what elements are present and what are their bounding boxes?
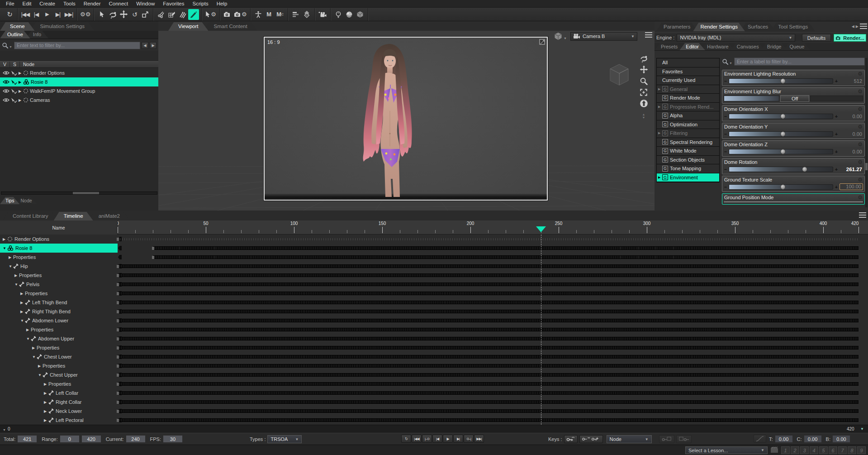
spot-render-camera-icon[interactable] [222,9,233,20]
align-tool-icon[interactable] [290,9,301,20]
play-icon[interactable]: ▶ [42,9,52,20]
tab-tool-settings[interactable]: Tool Settings [771,23,815,31]
timeline-menu-icon[interactable] [859,212,866,218]
keyframe-bar[interactable] [118,283,859,286]
expand-arrow-icon[interactable]: ▶ [20,310,25,314]
tool-settings-icon[interactable]: ⚙ [204,9,217,20]
setting-value[interactable]: 0.00 [840,131,863,137]
subtab-canvases[interactable]: Canvases [730,43,765,50]
timeline-node-left-collar[interactable]: ▶Left Collar [0,388,118,398]
decrement-icon[interactable]: − [724,131,727,137]
continuity-field[interactable]: 0.00 [804,435,822,443]
lesson-3-button[interactable]: 3 [800,446,809,454]
keyframe-bar[interactable] [118,238,859,240]
gear-icon[interactable]: ⚙ [858,160,863,164]
increment-icon[interactable]: + [835,167,838,172]
slider-thumb[interactable] [780,131,786,137]
lesson-7-button[interactable]: 7 [838,446,847,454]
surface-selection-icon[interactable] [166,9,177,20]
expand-arrow-icon[interactable]: ▶ [9,255,13,259]
gear-icon[interactable]: ⚙ [858,107,863,111]
timeline-track[interactable] [118,280,868,289]
timeline-node-pelvis[interactable]: ▼Pelvis [0,280,118,289]
timeline-node-abdomen-upper[interactable]: ▼Abdomen Upper [0,334,118,343]
playhead[interactable] [536,226,546,232]
tab-scroll-right-icon[interactable]: ▶ [856,24,859,29]
cursor-check-icon[interactable] [11,89,17,94]
shader-cube-icon[interactable] [355,9,365,20]
frame-tool-icon[interactable] [638,86,650,98]
keyframe-bar[interactable] [118,391,859,395]
slider-thumb[interactable] [780,114,786,119]
tab-viewport[interactable]: Viewport [168,22,209,31]
category-favorites[interactable]: Favorites [657,67,719,77]
timeline-track[interactable] [118,298,868,307]
geometry-editor-icon[interactable] [156,9,166,20]
subtab-queue[interactable]: Queue [783,43,811,50]
expand-arrow-icon[interactable]: ▶ [44,391,48,395]
rotate-tool-icon[interactable]: ↺ [129,9,140,20]
keyframe-bar[interactable] [118,310,859,313]
next-frame-icon[interactable]: ▶| [52,9,63,20]
keyframe-bar[interactable] [118,355,859,359]
current-frame-field[interactable]: 240 [126,435,146,443]
timeline-track[interactable] [118,334,868,343]
prev-frame-icon[interactable]: |◀ [31,9,42,20]
menu-scripts[interactable]: Scripts [189,0,213,7]
expand-arrow-icon[interactable]: ▶ [44,418,48,422]
lesson-8-button[interactable]: 8 [848,446,856,454]
expand-arrow-icon[interactable]: ▶ [3,237,7,241]
active-style-tool-icon[interactable] [188,9,199,20]
tab-timeline[interactable]: Timeline [54,212,93,220]
lesson-2-button[interactable]: 2 [791,446,799,454]
aspect-frame-options-icon[interactable] [539,39,545,46]
select-tool-icon[interactable] [96,9,107,20]
slider-track[interactable] [729,131,833,137]
tab-surfaces[interactable]: Surfaces [740,23,775,31]
category-render-mode[interactable]: GRender Mode [657,94,719,103]
category-filtering[interactable]: ▶GFiltering [657,129,719,138]
keyframe-bar[interactable] [118,409,859,413]
timeline-track[interactable] [118,325,868,334]
setting-value[interactable]: 100.00 [840,183,863,190]
keyframe-bar[interactable] [118,319,859,322]
go-end-button[interactable]: ▶▶| [474,435,484,443]
draw-style-dropdown-arrow-icon[interactable]: ▼ [564,37,567,40]
timeline-node-properties[interactable]: ▶Properties [0,379,118,388]
gear-icon[interactable]: ⚙ [858,72,863,76]
setting-value[interactable]: 512 [840,78,863,84]
expand-arrow-icon[interactable]: ▶ [44,382,48,386]
gear-icon[interactable]: ⚙ [858,177,863,182]
timeline-node-render-options[interactable]: ▶Render Options [0,235,118,244]
keyframe-bar[interactable] [118,400,859,404]
tension-field[interactable]: 0.00 [775,435,793,443]
keyframe-bar[interactable] [118,364,859,368]
timeline-track[interactable] [118,271,868,280]
render-button[interactable]: Render... [834,34,866,42]
tab-scene[interactable]: Scene [0,22,35,31]
slider-track[interactable] [729,114,833,119]
expand-arrow-icon[interactable]: ▶ [14,273,19,278]
slider-track[interactable] [729,149,833,154]
timeline-ruler[interactable]: Name 050100150200250300350400420 [0,220,868,235]
timeline-node-chest-upper[interactable]: ▼Chest Upper [0,370,118,379]
keyframe-bar[interactable] [118,264,859,268]
timeline-node-neck-lower[interactable]: ▶Neck Lower [0,407,118,416]
increment-icon[interactable]: + [835,78,838,84]
subtab-presets[interactable]: Presets [655,43,684,50]
keyframe-bar[interactable] [118,301,859,304]
style-brushes-icon[interactable] [177,9,188,20]
timeline-node-properties[interactable]: ▶Properties [0,343,118,352]
expand-arrow-icon[interactable]: ▶ [32,346,37,350]
types-selector[interactable]: TRSOA ▼ [267,435,302,443]
category-optimization[interactable]: GOptimization [657,120,719,129]
expand-arrow-icon[interactable]: ▶ [38,364,43,368]
surfaces-tool-icon[interactable] [301,9,312,20]
create-light-icon[interactable] [333,9,344,20]
cursor-check-icon[interactable] [11,80,17,85]
tab-content-library[interactable]: Content Library [3,212,58,220]
range-to-field[interactable]: 420 [81,435,101,443]
cursor-check-icon[interactable] [11,98,17,103]
scene-node-cameras[interactable]: ▶Cameras [0,96,158,105]
timeline-node-abdomen-lower[interactable]: ▼Abdomen Lower [0,316,118,325]
